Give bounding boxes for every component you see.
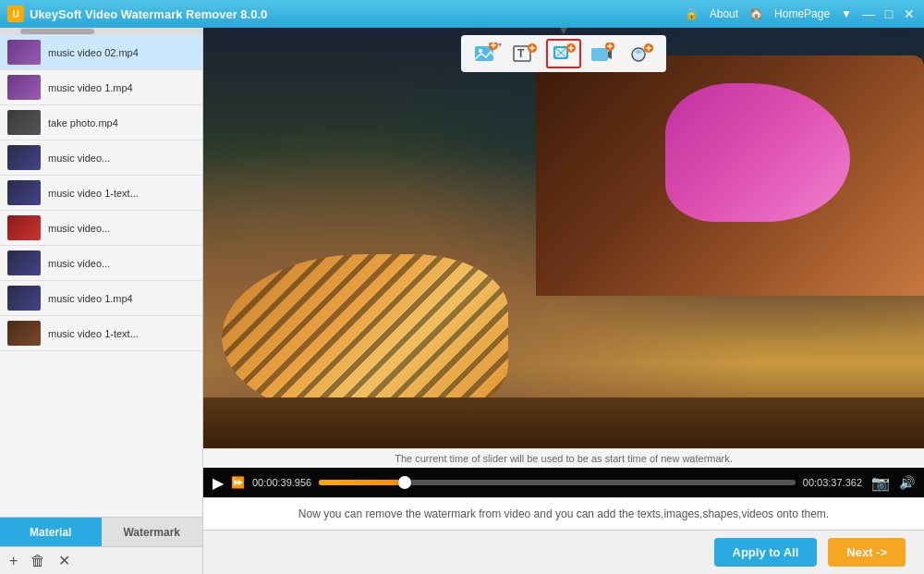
content-area: ▾ T [203, 28, 924, 574]
add-shape-tool-button[interactable] [546, 39, 581, 68]
clear-icon: ✕ [58, 552, 70, 569]
file-thumbnail [7, 215, 41, 240]
delete-file-button[interactable]: 🗑 [30, 553, 45, 569]
apply-to-all-button[interactable]: Apply to All [714, 538, 818, 567]
logo-char: U [12, 9, 18, 19]
progress-bar[interactable] [319, 480, 796, 485]
svg-rect-17 [591, 48, 608, 61]
file-name: music video... [48, 258, 110, 269]
horizontal-scrollbar[interactable] [0, 28, 202, 35]
add-file-button[interactable]: + [9, 553, 18, 569]
svg-text:T: T [517, 47, 525, 60]
add-text-tool-button[interactable]: T [507, 39, 542, 68]
title-bar: U UkeySoft Video Watermark Remover 8.0.0… [0, 0, 924, 28]
file-thumbnail [7, 321, 41, 346]
progress-fill [319, 480, 405, 485]
next-button[interactable]: Next -> [828, 538, 906, 567]
list-item[interactable]: music video... [0, 246, 202, 281]
about-link[interactable]: About [710, 7, 738, 20]
add-effect-tool-button[interactable] [624, 39, 659, 68]
add-image-tool-button[interactable]: ▾ [468, 39, 504, 68]
video-preview: ▾ T [203, 28, 924, 448]
file-thumbnail [7, 40, 41, 65]
step-forward-button[interactable]: ⏩ [231, 476, 245, 489]
clear-files-button[interactable]: ✕ [58, 552, 70, 569]
file-thumbnail [7, 110, 41, 135]
scene-tiger-stripes [222, 254, 508, 421]
file-name: music video 02.mp4 [48, 47, 139, 58]
list-item[interactable]: music video 02.mp4 [0, 35, 202, 70]
playback-bar: ▶ ⏩ 00:00:39.956 00:03:37.362 📷 🔊 [203, 468, 924, 497]
info-bar: Now you can remove the watermark from vi… [203, 497, 924, 530]
file-name: music video... [48, 153, 110, 164]
video-edit-toolbar: ▾ T [461, 35, 666, 72]
bottom-bar: Apply to All Next -> [203, 530, 924, 574]
maximize-button[interactable]: □ [881, 6, 896, 21]
volume-button[interactable]: 🔊 [899, 475, 915, 490]
scene-floor [203, 397, 924, 448]
svg-marker-0 [558, 28, 569, 34]
main-layout: music video 02.mp4 music video 1.mp4 tak… [0, 28, 924, 574]
file-name: music video 1.mp4 [48, 82, 133, 93]
minimize-button[interactable]: — [861, 6, 876, 21]
list-item[interactable]: music video 1-text... [0, 316, 202, 351]
file-name: take photo.mp4 [48, 117, 118, 128]
info-message: Now you can remove the watermark from vi… [298, 507, 829, 520]
delete-icon: 🗑 [30, 553, 45, 569]
list-item[interactable]: take photo.mp4 [0, 105, 202, 140]
scrollbar-thumb[interactable] [20, 29, 94, 34]
list-item[interactable]: music video 1-text... [0, 176, 202, 211]
dropdown-icon[interactable]: ▼ [841, 7, 852, 20]
file-name: music video 1.mp4 [48, 293, 133, 304]
file-list: music video 02.mp4 music video 1.mp4 tak… [0, 35, 202, 517]
hint-text: The current time of slider will be used … [395, 453, 733, 464]
hint-bar: The current time of slider will be used … [203, 448, 924, 468]
app-title: UkeySoft Video Watermark Remover 8.0.0 [30, 7, 685, 21]
sidebar: music video 02.mp4 music video 1.mp4 tak… [0, 28, 203, 574]
dropdown-arrow-indicator [558, 28, 569, 34]
tab-strip: Material Watermark [0, 517, 202, 546]
app-logo: U [7, 6, 24, 22]
file-name: music video... [48, 223, 110, 234]
title-nav: 🔒 About 🏠 HomePage ▼ [685, 7, 852, 20]
list-item[interactable]: music video 1.mp4 [0, 70, 202, 105]
file-thumbnail [7, 145, 41, 170]
svg-marker-18 [608, 50, 612, 59]
lock-icon: 🔒 [685, 7, 699, 20]
progress-thumb[interactable] [398, 476, 411, 489]
file-thumbnail [7, 286, 41, 311]
total-time-display: 00:03:37.362 [803, 477, 862, 488]
tab-material[interactable]: Material [0, 518, 102, 546]
dropdown-arrow-icon: ▾ [498, 41, 502, 49]
homepage-link[interactable]: HomePage [774, 7, 830, 20]
list-item[interactable]: music video... [0, 140, 202, 176]
add-video-tool-button[interactable] [585, 39, 620, 68]
file-thumbnail [7, 180, 41, 205]
play-button[interactable]: ▶ [213, 474, 224, 492]
tab-watermark[interactable]: Watermark [102, 518, 203, 546]
close-button[interactable]: ✕ [902, 6, 917, 21]
list-item[interactable]: music video... [0, 211, 202, 246]
file-name: music video 1-text... [48, 328, 139, 339]
home-icon: 🏠 [749, 7, 763, 20]
video-scene [203, 28, 924, 448]
file-thumbnail [7, 75, 41, 100]
sidebar-toolbar: + 🗑 ✕ [0, 546, 202, 574]
file-name: music video 1-text... [48, 188, 139, 199]
window-controls: — □ ✕ [861, 6, 917, 21]
file-thumbnail [7, 250, 41, 275]
svg-point-2 [479, 49, 482, 53]
current-time-display: 00:00:39.956 [252, 477, 311, 488]
screenshot-button[interactable]: 📷 [869, 471, 892, 494]
list-item[interactable]: music video 1.mp4 [0, 281, 202, 316]
